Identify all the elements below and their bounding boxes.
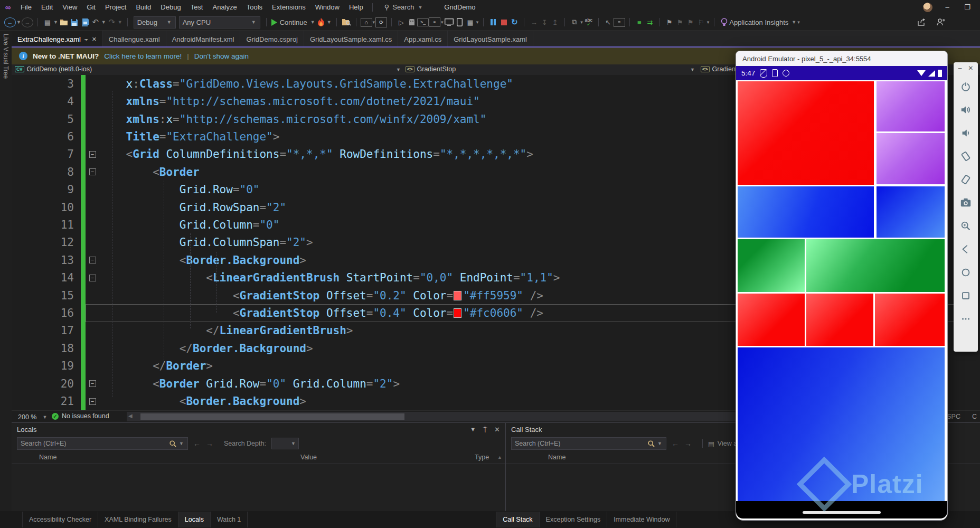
- debug-configuration-dropdown[interactable]: Debug▼: [134, 16, 176, 29]
- redo-button[interactable]: ↷: [107, 16, 117, 29]
- gesture-pill[interactable]: [803, 511, 881, 514]
- chevron-down-icon[interactable]: ▾: [476, 20, 479, 25]
- menu-item-build[interactable]: Build: [131, 1, 156, 14]
- line-number[interactable]: 21: [12, 395, 74, 408]
- zoom-button[interactable]: [954, 214, 978, 238]
- pin-icon[interactable]: ⫟: [84, 36, 88, 43]
- chevron-down-icon[interactable]: ▼: [327, 20, 332, 25]
- bookmark-prev-icon[interactable]: ⚑: [675, 16, 685, 29]
- emulator-minimize-button[interactable]: –: [958, 64, 962, 72]
- restart-button[interactable]: ↻: [509, 16, 520, 29]
- platform-dropdown[interactable]: Any CPU▼: [179, 16, 260, 29]
- chevron-down-icon[interactable]: ▼: [179, 441, 184, 446]
- more-button[interactable]: [954, 307, 978, 331]
- member-dropdown[interactable]: <> GradientStop: [406, 65, 456, 73]
- dismiss-link[interactable]: Don't show again: [194, 52, 249, 60]
- search-depth-dropdown[interactable]: ▼: [271, 438, 299, 449]
- power-button[interactable]: [954, 75, 978, 98]
- toolbar-overflow-icon[interactable]: ▾: [797, 20, 800, 25]
- avatar[interactable]: [923, 3, 932, 12]
- package-icon[interactable]: ▦: [465, 16, 476, 29]
- deploy-icon[interactable]: ▷: [396, 16, 407, 29]
- chevron-down-icon[interactable]: ▼: [690, 67, 695, 72]
- emulator-screen[interactable]: [737, 80, 947, 501]
- screenshot-button[interactable]: [954, 191, 978, 214]
- color-swatch[interactable]: [454, 308, 461, 318]
- search-nav-arrows[interactable]: ←→: [193, 439, 219, 448]
- minimize-button[interactable]: –: [942, 3, 953, 11]
- emulator-title-bar[interactable]: Android Emulator - pixel_5_-_api_34:5554: [736, 51, 947, 66]
- menu-item-edit[interactable]: Edit: [36, 1, 58, 14]
- close-icon[interactable]: ✕: [494, 426, 500, 433]
- menu-item-extensions[interactable]: Extensions: [267, 1, 310, 14]
- application-insights-button[interactable]: Application Insights▼: [729, 16, 797, 29]
- search-nav-arrows[interactable]: ←→: [672, 439, 697, 448]
- locals-body[interactable]: [12, 464, 505, 511]
- collapse-icon[interactable]: −: [89, 275, 96, 281]
- rotate-right-button[interactable]: [954, 168, 978, 191]
- panel-menu-icon[interactable]: ▼: [470, 426, 476, 432]
- device-sync-icon[interactable]: ⟳: [375, 17, 387, 27]
- home-button[interactable]: [954, 261, 978, 284]
- chevron-down-icon[interactable]: ▾: [441, 20, 444, 25]
- line-number[interactable]: 6: [12, 130, 74, 143]
- line-number[interactable]: 10: [12, 201, 74, 214]
- volume-down-button[interactable]: [954, 121, 978, 145]
- line-number[interactable]: 12: [12, 236, 74, 249]
- volume-up-button[interactable]: [954, 98, 978, 121]
- line-number[interactable]: 8: [12, 166, 74, 178]
- line-number[interactable]: 11: [12, 219, 74, 231]
- terminal-icon[interactable]: >_: [417, 18, 429, 26]
- step-over-button[interactable]: →: [529, 16, 539, 29]
- pin-icon[interactable]: ⛏: [480, 425, 489, 433]
- back-button[interactable]: [954, 238, 978, 261]
- tab-app-xaml-cs[interactable]: App.xaml.cs: [398, 31, 448, 48]
- tab-extrachallenge-xaml[interactable]: ExtraChallenge.xaml⫟✕: [12, 31, 103, 48]
- line-number[interactable]: 14: [12, 271, 74, 284]
- share-icon[interactable]: [917, 16, 927, 29]
- phone-icon[interactable]: [455, 16, 465, 29]
- undo-button[interactable]: ↶: [90, 16, 101, 29]
- line-number[interactable]: 3: [12, 78, 74, 90]
- collapse-icon[interactable]: −: [89, 168, 96, 175]
- overview-button[interactable]: [954, 284, 978, 307]
- window-home-icon[interactable]: ⌂: [361, 18, 372, 27]
- monitor-icon[interactable]: [444, 16, 455, 29]
- line-number[interactable]: 7: [12, 148, 74, 161]
- emulator-close-button[interactable]: ✕: [968, 64, 973, 72]
- line-number[interactable]: 20: [12, 378, 74, 390]
- navigate-forward-button[interactable]: →: [22, 17, 33, 27]
- step-into-button[interactable]: ↧: [539, 16, 550, 29]
- indent-decrease-icon[interactable]: ≡: [634, 16, 645, 29]
- search-control[interactable]: ⚲ Search ▼: [384, 3, 423, 11]
- line-number[interactable]: 13: [12, 254, 74, 267]
- navigate-back-button[interactable]: ←: [4, 17, 16, 27]
- project-dropdown[interactable]: C# GridDemo (net8.0-ios): [15, 65, 92, 73]
- chevron-down-icon[interactable]: ▼: [118, 20, 123, 25]
- menu-item-tools[interactable]: Tools: [242, 1, 267, 14]
- scroll-left-icon[interactable]: ◀: [128, 413, 133, 419]
- tab-gridlayoutsample-xaml[interactable]: GridLayoutSample.xaml: [448, 31, 533, 48]
- device-log-icon[interactable]: ≡: [429, 17, 440, 27]
- panel-tab-accessibility-checker[interactable]: Accessibility Checker: [22, 512, 98, 527]
- stop-button[interactable]: [498, 16, 509, 29]
- new-project-button[interactable]: ▤: [42, 16, 53, 29]
- panel-tab-watch-1[interactable]: Watch 1: [211, 512, 248, 527]
- panel-tab-xaml-binding-failures[interactable]: XAML Binding Failures: [98, 512, 178, 527]
- color-swatch[interactable]: [454, 291, 461, 300]
- collapse-icon[interactable]: −: [89, 380, 96, 387]
- chevron-down-icon[interactable]: ▼: [396, 67, 401, 72]
- line-number[interactable]: 15: [12, 289, 74, 302]
- zoom-level-dropdown[interactable]: 200 %▼: [15, 412, 51, 421]
- restore-button[interactable]: ❐: [962, 3, 973, 11]
- chevron-down-icon[interactable]: ▼: [657, 441, 662, 446]
- horizontal-scrollbar[interactable]: ◀: [127, 412, 739, 421]
- bookmark-toggle-icon[interactable]: ⚑: [664, 16, 675, 29]
- save-button[interactable]: [69, 16, 80, 29]
- collapse-icon[interactable]: −: [89, 151, 96, 158]
- learn-more-link[interactable]: Click here to learn more!: [104, 52, 182, 60]
- line-number[interactable]: 4: [12, 95, 74, 108]
- selection-icon[interactable]: ↖: [603, 16, 614, 29]
- open-folder-button[interactable]: [59, 16, 69, 29]
- line-number[interactable]: 18: [12, 342, 74, 355]
